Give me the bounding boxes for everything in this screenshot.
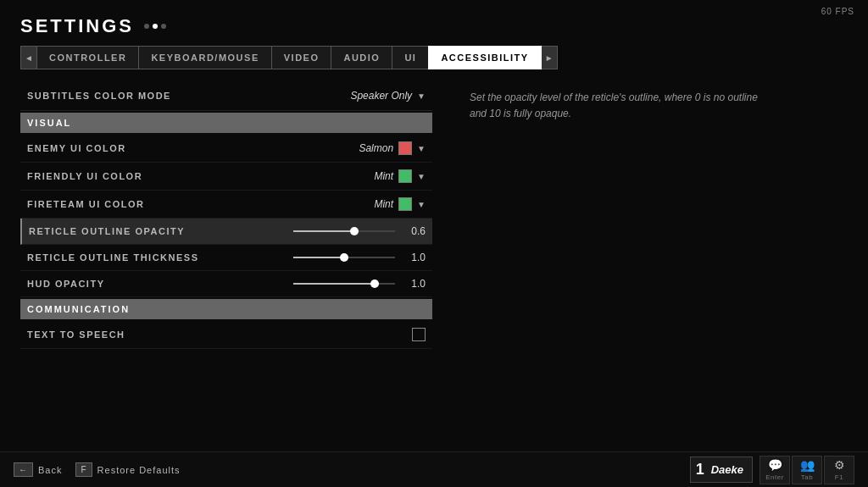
slider-fill-opacity xyxy=(293,230,354,232)
chat-icon: 💬 xyxy=(768,458,782,472)
tab-accessibility[interactable]: ACCESSIBILITY xyxy=(428,46,541,69)
slider-track-hud xyxy=(293,283,395,285)
tab-video[interactable]: VIDEO xyxy=(271,46,332,69)
tab-next-btn[interactable]: ► xyxy=(541,46,558,69)
friendly-ui-color-row[interactable]: FRIENDLY UI COLOR Mint ▼ xyxy=(20,163,432,191)
fps-counter: 60 FPS xyxy=(821,7,854,16)
title-dots xyxy=(144,24,166,29)
bottom-bar: ← Back F Restore Defaults 1 Daeke 💬 Ente… xyxy=(0,451,868,487)
reticle-opacity-value: 0.6 xyxy=(402,225,426,237)
setting-description: Set the opacity level of the reticle's o… xyxy=(470,90,775,122)
settings-action-icon[interactable]: ⚙ F1 xyxy=(824,456,854,484)
right-panel: Set the opacity level of the reticle's o… xyxy=(456,83,848,463)
slider-track-thickness xyxy=(293,257,395,258)
slider-thumb-hud[interactable] xyxy=(370,279,379,288)
content-area: SUBTITLES COLOR MODE Speaker Only ▼ VISU… xyxy=(0,69,868,463)
friendly-color-text: Mint xyxy=(374,170,393,182)
hud-opacity-label: HUD OPACITY xyxy=(27,279,104,289)
chat-key: Enter xyxy=(765,473,784,481)
subtitle-color-mode-row[interactable]: SUBTITLES COLOR MODE Speaker Only ▼ xyxy=(20,83,432,111)
settings-header: SETTINGS xyxy=(0,0,868,37)
visual-section-header: VISUAL xyxy=(20,113,432,133)
slider-fill-hud xyxy=(293,283,375,285)
player-number: 1 xyxy=(696,461,704,479)
text-to-speech-row[interactable]: TEXT TO SPEECH xyxy=(20,321,432,349)
subtitle-color-mode-label: SUBTITLES COLOR MODE xyxy=(27,91,171,101)
settings-key: F1 xyxy=(835,473,843,481)
player-badge: 1 Daeke xyxy=(690,457,753,483)
subtitle-value-text: Speaker Only xyxy=(350,90,412,102)
dot-1 xyxy=(144,24,149,29)
reticle-outline-thickness-label: RETICLE OUTLINE THICKNESS xyxy=(27,252,199,263)
tab-prev-btn[interactable]: ◄ xyxy=(20,46,37,69)
hud-opacity-value: 1.0 xyxy=(402,278,426,290)
reticle-outline-opacity-label: RETICLE OUTLINE OPACITY xyxy=(29,226,185,236)
dot-3 xyxy=(161,24,166,29)
text-to-speech-label: TEXT TO SPEECH xyxy=(27,329,125,340)
reticle-outline-opacity-slider[interactable]: 0.6 xyxy=(293,225,426,237)
hud-opacity-row[interactable]: HUD OPACITY 1.0 xyxy=(20,271,432,297)
friendly-ui-color-value: Mint ▼ xyxy=(374,169,426,183)
reticle-outline-thickness-row[interactable]: RETICLE OUTLINE THICKNESS 1.0 xyxy=(20,245,432,271)
tab-keyboard-mouse[interactable]: KEYBOARD/MOUSE xyxy=(138,46,271,69)
left-panel: SUBTITLES COLOR MODE Speaker Only ▼ VISU… xyxy=(20,83,436,463)
team-action-icon[interactable]: 👥 Tab xyxy=(792,456,822,484)
friendly-ui-color-label: FRIENDLY UI COLOR xyxy=(27,171,142,181)
fireteam-ui-color-value: Mint ▼ xyxy=(374,197,426,211)
restore-key-icon: F xyxy=(75,462,92,477)
team-key: Tab xyxy=(801,473,813,481)
friendly-color-arrow: ▼ xyxy=(417,172,426,181)
slider-track-opacity xyxy=(293,230,395,232)
fireteam-ui-color-label: FIRETEAM UI COLOR xyxy=(27,199,145,209)
team-icon: 👥 xyxy=(800,458,815,472)
restore-defaults-button[interactable]: F Restore Defaults xyxy=(75,462,180,477)
back-button[interactable]: ← Back xyxy=(14,462,62,477)
reticle-thickness-value: 1.0 xyxy=(402,252,426,263)
bottom-left-actions: ← Back F Restore Defaults xyxy=(14,462,181,477)
settings-scroll[interactable]: SUBTITLES COLOR MODE Speaker Only ▼ VISU… xyxy=(20,83,436,463)
settings-list: SUBTITLES COLOR MODE Speaker Only ▼ VISU… xyxy=(20,83,436,463)
chat-action-icon[interactable]: 💬 Enter xyxy=(760,456,790,484)
fireteam-ui-color-row[interactable]: FIRETEAM UI COLOR Mint ▼ xyxy=(20,191,432,219)
fireteam-color-arrow: ▼ xyxy=(417,200,426,209)
enemy-ui-color-label: ENEMY UI COLOR xyxy=(27,143,126,153)
tab-controller[interactable]: CONTROLLER xyxy=(36,46,139,69)
action-icons-area: 💬 Enter 👥 Tab ⚙ F1 xyxy=(760,456,854,484)
restore-label: Restore Defaults xyxy=(97,465,181,475)
page-title: SETTINGS xyxy=(20,15,848,37)
reticle-outline-thickness-slider[interactable]: 1.0 xyxy=(293,252,426,263)
dot-2 xyxy=(153,24,158,29)
enemy-ui-color-row[interactable]: ENEMY UI COLOR Salmon ▼ xyxy=(20,135,432,163)
player-name: Daeke xyxy=(711,463,743,476)
enemy-ui-color-value: Salmon ▼ xyxy=(359,141,426,155)
reticle-outline-opacity-row[interactable]: RETICLE OUTLINE OPACITY 0.6 xyxy=(20,219,432,245)
back-label: Back xyxy=(38,465,62,475)
friendly-color-swatch xyxy=(398,169,412,183)
slider-fill-thickness xyxy=(293,257,344,258)
fireteam-color-swatch xyxy=(398,197,412,211)
enemy-color-swatch xyxy=(398,141,412,155)
title-text: SETTINGS xyxy=(20,15,134,37)
slider-thumb-opacity[interactable] xyxy=(350,227,359,235)
enemy-color-text: Salmon xyxy=(359,142,393,154)
enemy-color-arrow: ▼ xyxy=(417,144,426,153)
tab-audio[interactable]: AUDIO xyxy=(331,46,392,69)
tab-ui[interactable]: UI xyxy=(392,46,429,69)
communication-section-header: COMMUNICATION xyxy=(20,299,432,319)
bottom-right-area: 1 Daeke 💬 Enter 👥 Tab ⚙ F1 xyxy=(690,456,854,484)
subtitle-color-mode-value: Speaker Only ▼ xyxy=(350,90,426,102)
gear-icon: ⚙ xyxy=(834,458,845,472)
subtitle-dropdown-arrow: ▼ xyxy=(417,91,426,101)
back-key-icon: ← xyxy=(14,462,33,477)
text-to-speech-checkbox[interactable] xyxy=(412,328,426,341)
tabs-bar: ◄ CONTROLLER KEYBOARD/MOUSE VIDEO AUDIO … xyxy=(0,37,868,69)
fireteam-color-text: Mint xyxy=(374,198,393,210)
slider-thumb-thickness[interactable] xyxy=(340,253,348,262)
hud-opacity-slider[interactable]: 1.0 xyxy=(293,278,426,290)
